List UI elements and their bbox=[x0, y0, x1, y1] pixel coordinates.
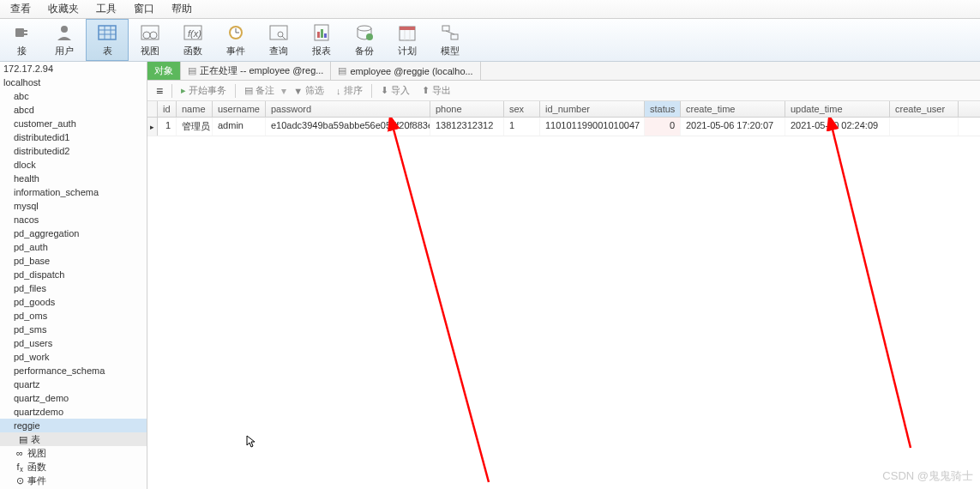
ribbon-backup[interactable]: 备份 bbox=[343, 19, 386, 61]
db-information_schema[interactable]: information_schema bbox=[0, 185, 147, 199]
col-idnumber[interactable]: id_number bbox=[540, 101, 645, 117]
col-username[interactable]: username bbox=[213, 101, 266, 117]
ribbon-user[interactable]: 用户 bbox=[43, 19, 86, 61]
main-area: 172.17.2.94 localhost abcabcdcustomer_au… bbox=[0, 62, 980, 489]
col-name[interactable]: name bbox=[177, 101, 213, 117]
db-mysql[interactable]: mysql bbox=[0, 199, 147, 213]
db-pd_dispatch[interactable]: pd_dispatch bbox=[0, 268, 147, 281]
tab-1[interactable]: ▤正在处理 -- employee @reg... bbox=[181, 62, 331, 80]
db-pd_sms[interactable]: pd_sms bbox=[0, 323, 147, 336]
ribbon-label: 事件 bbox=[226, 45, 245, 57]
db-quartz[interactable]: quartz bbox=[0, 377, 147, 391]
db-abcd[interactable]: abcd bbox=[0, 103, 147, 117]
tab-2[interactable]: ▤employee @reggie (localho... bbox=[331, 62, 480, 80]
start-transaction-button[interactable]: ▸ 开始事务 bbox=[176, 82, 231, 99]
ribbon-table[interactable]: 表 bbox=[86, 19, 129, 61]
ribbon-label: 视图 bbox=[141, 45, 159, 57]
col-update-time[interactable]: update_time bbox=[785, 101, 890, 117]
tree-connection[interactable]: localhost bbox=[0, 75, 147, 89]
watermark: CSDN @鬼鬼骑士 bbox=[882, 468, 973, 484]
db-pd_oms[interactable]: pd_oms bbox=[0, 309, 147, 323]
db-pd_work[interactable]: pd_work bbox=[0, 350, 147, 364]
db-pd_goods[interactable]: pd_goods bbox=[0, 295, 147, 309]
cell-idnumber[interactable]: 110101199001010047 bbox=[540, 118, 645, 136]
db-pd_aggregation[interactable]: pd_aggregation bbox=[0, 226, 147, 240]
data-grid: id name username password phone sex id_n… bbox=[147, 101, 980, 489]
section-0[interactable]: ▤表 bbox=[0, 432, 147, 446]
svg-point-26 bbox=[366, 33, 373, 40]
tab-icon: ▤ bbox=[188, 65, 196, 76]
menu-1[interactable]: 收藏夹 bbox=[39, 0, 87, 19]
note-button[interactable]: ▤ 备注 bbox=[239, 82, 280, 99]
svg-rect-32 bbox=[451, 34, 458, 39]
ribbon-plug[interactable]: 接 bbox=[0, 19, 43, 61]
col-sex[interactable]: sex bbox=[504, 101, 540, 117]
cell-username[interactable]: admin bbox=[213, 118, 266, 136]
ribbon-view[interactable]: 视图 bbox=[129, 19, 171, 61]
db-quartz_demo[interactable]: quartz_demo bbox=[0, 391, 147, 405]
ribbon-schedule[interactable]: 计划 bbox=[386, 19, 429, 61]
ribbon-event[interactable]: 事件 bbox=[214, 19, 257, 61]
ribbon-label: 计划 bbox=[398, 45, 417, 57]
import-button[interactable]: ⬇ 导入 bbox=[376, 82, 415, 99]
section-icon: fᵪ bbox=[14, 461, 26, 473]
section-2[interactable]: fᵪ函数 bbox=[0, 460, 147, 474]
ribbon-label: 函数 bbox=[183, 45, 202, 57]
col-phone[interactable]: phone bbox=[430, 101, 504, 117]
col-create-time[interactable]: create_time bbox=[681, 101, 785, 117]
cell-name[interactable]: 管理员 bbox=[177, 118, 213, 136]
ribbon-label: 用户 bbox=[55, 45, 74, 57]
svg-point-11 bbox=[150, 32, 157, 39]
ribbon-label: 报表 bbox=[312, 45, 331, 57]
col-id[interactable]: id bbox=[158, 101, 177, 117]
menu-0[interactable]: 查看 bbox=[2, 0, 39, 19]
note-label: 备注 bbox=[256, 84, 274, 97]
col-status[interactable]: status bbox=[645, 101, 681, 117]
cell-phone[interactable]: 13812312312 bbox=[430, 118, 504, 136]
cell-password[interactable]: e10adc3949ba59abbe56e057f20f883e bbox=[266, 118, 430, 136]
menu-4[interactable]: 帮助 bbox=[163, 0, 201, 19]
cell-sex[interactable]: 1 bbox=[504, 118, 540, 136]
tree-server[interactable]: 172.17.2.94 bbox=[0, 62, 147, 75]
db-pd_auth[interactable]: pd_auth bbox=[0, 240, 147, 254]
cell-status[interactable]: 0 bbox=[645, 118, 681, 136]
db-pd_base[interactable]: pd_base bbox=[0, 254, 147, 268]
db-pd_files[interactable]: pd_files bbox=[0, 281, 147, 295]
db-health[interactable]: health bbox=[0, 172, 147, 185]
ribbon-fx[interactable]: f(x)函数 bbox=[171, 19, 214, 61]
cell-id[interactable]: 1 bbox=[158, 118, 177, 136]
db-customer_auth[interactable]: customer_auth bbox=[0, 117, 147, 130]
ribbon-toolbar: 接用户表视图f(x)函数事件查询报表备份计划模型 bbox=[0, 19, 980, 62]
sort-button[interactable]: ↓ 排序 bbox=[331, 82, 368, 99]
cell-create-time[interactable]: 2021-05-06 17:20:07 bbox=[681, 118, 785, 136]
db-distributedid1[interactable]: distributedid1 bbox=[0, 130, 147, 144]
cell-create-user[interactable] bbox=[890, 118, 959, 136]
db-pd_users[interactable]: pd_users bbox=[0, 336, 147, 350]
db-abc[interactable]: abc bbox=[0, 89, 147, 103]
svg-line-33 bbox=[446, 31, 454, 34]
menu-2[interactable]: 工具 bbox=[87, 0, 125, 19]
ribbon-report[interactable]: 报表 bbox=[300, 19, 343, 61]
section-3[interactable]: ⊙事件 bbox=[0, 474, 147, 487]
export-button[interactable]: ⬆ 导出 bbox=[417, 82, 456, 99]
table-icon bbox=[97, 22, 117, 43]
hamburger-icon[interactable]: ≡ bbox=[151, 82, 168, 100]
db-reggie[interactable]: reggie bbox=[0, 419, 147, 432]
db-dlock[interactable]: dlock bbox=[0, 158, 147, 172]
col-password[interactable]: password bbox=[266, 101, 430, 117]
filter-button[interactable]: ▼ 筛选 bbox=[288, 82, 329, 99]
table-row[interactable]: ▸ 1 管理员 admin e10adc3949ba59abbe56e057f2… bbox=[147, 118, 980, 136]
menu-3[interactable]: 窗口 bbox=[125, 0, 163, 19]
cell-update-time[interactable]: 2021-05-10 02:24:09 bbox=[785, 118, 890, 136]
db-quartzdemo[interactable]: quartzdemo bbox=[0, 405, 147, 419]
ribbon-label: 模型 bbox=[441, 45, 460, 57]
ribbon-model[interactable]: 模型 bbox=[429, 19, 472, 61]
db-nacos[interactable]: nacos bbox=[0, 213, 147, 226]
col-create-user[interactable]: create_user bbox=[890, 101, 959, 117]
section-1[interactable]: ∞视图 bbox=[0, 446, 147, 460]
db-distributedid2[interactable]: distributedid2 bbox=[0, 144, 147, 158]
sort-label: 排序 bbox=[344, 84, 363, 97]
ribbon-query[interactable]: 查询 bbox=[257, 19, 300, 61]
db-performance_schema[interactable]: performance_schema bbox=[0, 364, 147, 377]
tab-0[interactable]: 对象 bbox=[147, 62, 181, 80]
